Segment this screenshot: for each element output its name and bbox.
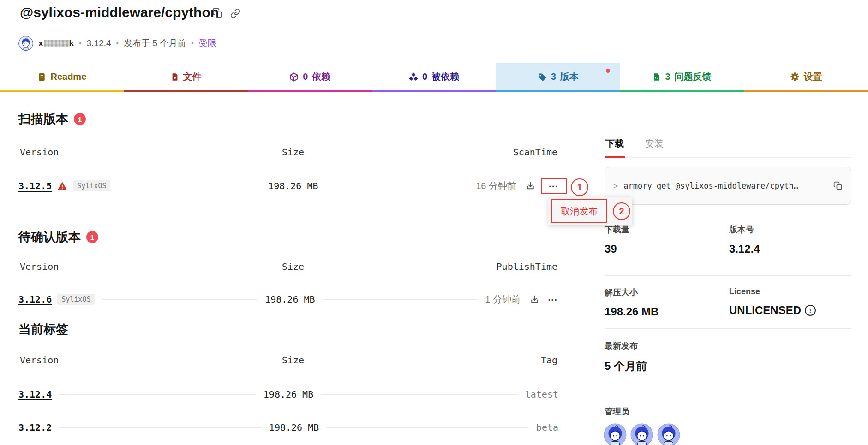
- file-icon: [171, 72, 179, 82]
- col-size: Size: [247, 147, 339, 158]
- tag-icon: [538, 72, 547, 82]
- redacted-name: [44, 40, 69, 47]
- byline-published: 发布于 5 个月前: [124, 37, 186, 49]
- cube-icon: [289, 72, 299, 82]
- annotation-step-2: 2: [613, 202, 630, 220]
- leader-line: [323, 299, 478, 300]
- dist-tag: latest: [525, 389, 558, 400]
- col-version: Version: [20, 261, 59, 272]
- byline-version: 3.12.4: [87, 38, 111, 48]
- gear-icon: [790, 72, 800, 82]
- notification-dot: [606, 69, 610, 73]
- stat-admins: 管理员: [605, 406, 724, 417]
- admin-avatar[interactable]: [604, 423, 627, 445]
- table-row: 3.12.2 198.26 MB beta: [18, 420, 558, 435]
- tab-files[interactable]: 文件: [124, 63, 248, 92]
- tab-bar: Readme 文件 0依赖 0被依赖 3版本 3问题反馈 设置: [0, 63, 868, 92]
- leader-line: [321, 394, 518, 395]
- copy-icon[interactable]: [212, 8, 223, 18]
- os-tag: SylixOS: [73, 180, 110, 191]
- tab-versions[interactable]: 3版本: [496, 63, 620, 92]
- unpublish-menu-item[interactable]: 取消发布: [561, 205, 598, 218]
- stat-last-publish: 最新发布 5 个月前: [605, 340, 724, 374]
- divider: [605, 328, 851, 329]
- stat-unpacked-size: 解压大小 198.26 MB: [605, 287, 724, 318]
- dist-tag: beta: [536, 422, 558, 433]
- leader-line: [118, 186, 261, 186]
- sidebar-tab-install[interactable]: 安装: [644, 137, 664, 157]
- publish-time: 1 分钟前: [485, 293, 521, 306]
- tab-readme[interactable]: Readme: [0, 63, 124, 92]
- leader-line: [59, 427, 262, 428]
- size-value: 198.26 MB: [265, 294, 315, 305]
- count-badge: 1: [86, 231, 98, 243]
- install-command: armory get @sylixos-middleware/cpyth…: [623, 181, 833, 190]
- current-tags-heading: 当前标签: [18, 321, 68, 338]
- divider: [605, 395, 851, 395]
- admin-avatar[interactable]: [630, 423, 653, 445]
- version-link[interactable]: 3.12.2: [18, 422, 52, 433]
- os-tag: SylixOS: [57, 294, 95, 305]
- context-menu: 取消发布 2: [548, 197, 632, 225]
- tab-dependencies[interactable]: 0依赖: [248, 63, 372, 92]
- version-link[interactable]: 3.12.4: [18, 389, 52, 400]
- table-row: 3.12.4 198.26 MB latest: [18, 386, 558, 402]
- col-size: Size: [247, 355, 339, 366]
- divider: [605, 275, 851, 276]
- leader-line: [59, 394, 256, 395]
- scanned-versions-heading: 扫描版本 1: [18, 111, 86, 127]
- more-options-button[interactable]: ⋯: [548, 295, 558, 304]
- access-restricted-link[interactable]: 受限: [199, 37, 216, 49]
- license-info-icon[interactable]: !: [805, 305, 816, 316]
- count-badge: 1: [74, 113, 86, 125]
- readme-doc-icon: [37, 72, 46, 82]
- col-publishtime: PublishTime: [497, 261, 557, 272]
- publisher-name[interactable]: xk: [38, 38, 74, 48]
- col-size: Size: [247, 261, 339, 272]
- more-options-button[interactable]: ⋯: [541, 178, 567, 194]
- admin-avatars: [604, 423, 680, 445]
- warning-icon: [57, 181, 67, 190]
- table-row: 3.12.6 SylixOS 198.26 MB 1 分钟前 ⋯: [18, 291, 558, 307]
- size-value: 198.26 MB: [269, 422, 319, 433]
- stat-license: License UNLICENSED!: [729, 287, 849, 317]
- cubes-icon: [409, 72, 418, 82]
- size-value: 198.26 MB: [268, 180, 318, 191]
- admin-avatar[interactable]: [657, 423, 680, 445]
- col-scantime: ScanTime: [513, 147, 557, 158]
- tab-dependents[interactable]: 0被依赖: [372, 63, 496, 92]
- leader-line: [326, 186, 469, 186]
- stat-downloads: 下载量 39: [605, 224, 724, 255]
- install-command-box: > armory get @sylixos-middleware/cpyth…: [605, 167, 851, 205]
- stat-version: 版本号 3.12.4: [729, 224, 849, 255]
- size-value: 198.26 MB: [263, 389, 313, 400]
- byline: xk • 3.12.4 • 发布于 5 个月前 • 受限: [18, 36, 216, 51]
- scan-time: 16 分钟前: [476, 180, 516, 192]
- page-title: @sylixos-middleware/cpython: [20, 5, 219, 20]
- annotation-step-1: 1: [571, 178, 588, 196]
- col-tag: Tag: [541, 355, 557, 366]
- version-link[interactable]: 3.12.6: [18, 294, 52, 305]
- download-icon[interactable]: [526, 181, 535, 191]
- annotation-box-2: 取消发布: [551, 199, 607, 223]
- pending-versions-heading: 待确认版本 1: [18, 229, 98, 245]
- sidebar-tab-download[interactable]: 下载: [605, 137, 625, 158]
- table-row: 3.12.5 SylixOS 198.26 MB 16 分钟前 ⋯: [18, 178, 558, 194]
- leader-line: [326, 427, 529, 428]
- package-page: @sylixos-middleware/cpython xk • 3.12.4 …: [0, 0, 868, 445]
- leader-line: [102, 299, 257, 300]
- copy-icon[interactable]: [833, 181, 843, 190]
- col-version: Version: [20, 147, 59, 158]
- publisher-avatar[interactable]: [18, 36, 33, 51]
- feedback-file-icon: [652, 72, 661, 82]
- prompt-chevron: >: [613, 181, 618, 190]
- link-icon[interactable]: [230, 8, 240, 18]
- sidebar-tabs: 下载 安装: [605, 137, 851, 158]
- tab-settings[interactable]: 设置: [744, 63, 868, 92]
- download-icon[interactable]: [530, 295, 539, 304]
- col-version: Version: [20, 355, 59, 366]
- tab-issues[interactable]: 3问题反馈: [620, 63, 744, 92]
- version-link[interactable]: 3.12.5: [18, 180, 52, 191]
